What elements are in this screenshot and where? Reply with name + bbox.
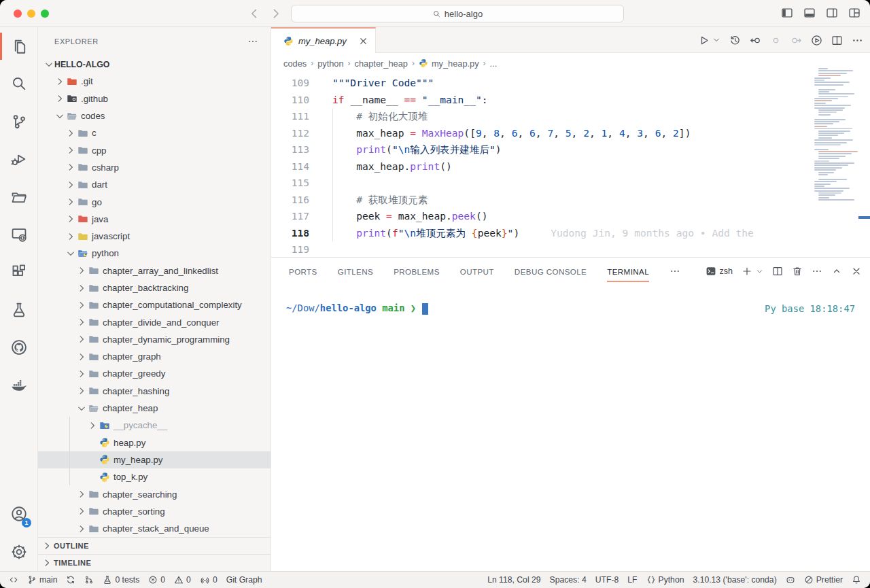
status-problems-errors[interactable]: 0 [148, 572, 165, 588]
more-actions-icon[interactable] [852, 35, 863, 46]
activity-run-and-debug[interactable] [0, 143, 38, 175]
close-panel-icon[interactable] [851, 266, 862, 277]
activity-extensions[interactable] [0, 256, 38, 288]
status-indentation[interactable]: Spaces: 4 [550, 572, 587, 588]
code-line-118[interactable]: 118 print(f"\n堆顶元素为 {peek}")Yudong Jin, … [271, 225, 812, 242]
run-dropdown-icon[interactable] [712, 36, 720, 44]
activity-testing[interactable] [0, 294, 38, 326]
code-line-115[interactable]: 115 [271, 175, 812, 192]
code-editor[interactable]: 109"""Driver Code"""110if __name__ == "_… [271, 73, 812, 257]
panel-tab-debug-console[interactable]: DEBUG CONSOLE [515, 264, 587, 279]
tree-item-chapter-heap[interactable]: chapter_heap [38, 400, 271, 417]
kill-terminal-icon[interactable] [792, 266, 803, 277]
panel-tab-problems[interactable]: PROBLEMS [394, 264, 440, 279]
tree-item-java[interactable]: java [38, 211, 271, 228]
explorer-more-actions-icon[interactable] [247, 36, 258, 47]
tree-item-chapter-hashing[interactable]: chapter_hashing [38, 383, 271, 400]
tree-item--git[interactable]: .git [38, 73, 271, 90]
status-sync[interactable] [66, 572, 75, 588]
activity-project-manager[interactable] [0, 181, 38, 213]
status-eol[interactable]: LF [627, 572, 637, 588]
breadcrumb-item[interactable]: chapter_heap [355, 58, 408, 69]
status-language-mode[interactable]: Python [646, 572, 684, 588]
status-problems-warnings[interactable]: 0 [174, 572, 191, 588]
minimize-window-button[interactable] [27, 10, 35, 18]
breadcrumb-item[interactable]: ... [490, 58, 498, 69]
status-cursor-position[interactable]: Ln 118, Col 29 [487, 572, 540, 588]
panel-tabs-more-icon[interactable] [669, 266, 680, 277]
tree-item-codes[interactable]: codes [38, 107, 271, 124]
tree-item-javascript[interactable]: javascript [38, 228, 271, 245]
tree-item-chapter-greedy[interactable]: chapter_greedy [38, 365, 271, 382]
zoom-window-button[interactable] [41, 10, 49, 18]
minimap[interactable] [813, 68, 858, 228]
split-terminal-icon[interactable] [772, 266, 783, 277]
maximize-panel-icon[interactable] [831, 266, 842, 277]
tree-item-chapter-computational-complexity[interactable]: chapter_computational_complexity [38, 296, 271, 313]
activity-explorer[interactable] [0, 30, 38, 63]
close-window-button[interactable] [14, 10, 22, 18]
tree-item-chapter-stack-and-queue[interactable]: chapter_stack_and_queue [38, 520, 271, 537]
activity-search[interactable] [0, 67, 38, 100]
activity-source-control[interactable] [0, 105, 38, 138]
toggle-secondary-sidebar-icon[interactable] [826, 7, 838, 19]
nav-back-icon[interactable] [247, 7, 261, 20]
code-line-117[interactable]: 117 peek = max_heap.peek() [271, 208, 812, 225]
code-line-112[interactable]: 112 max_heap = MaxHeap([9, 8, 6, 6, 7, 5… [271, 125, 812, 142]
tree-item-dart[interactable]: dart [38, 176, 271, 193]
tree-item-go[interactable]: go [38, 193, 271, 210]
breadcrumb-item[interactable]: codes [283, 58, 307, 69]
close-tab-icon[interactable] [358, 36, 368, 46]
code-line-119[interactable]: 119 [271, 241, 812, 257]
activity-remote-explorer[interactable] [0, 218, 38, 251]
status-prettier[interactable]: Prettier [804, 572, 843, 588]
tree-item--pycache-[interactable]: __pycache__ [38, 417, 271, 434]
tree-item--github[interactable]: .github [38, 90, 271, 107]
tree-item-heap-py[interactable]: heap.py [38, 434, 271, 451]
tree-item-c[interactable]: c [38, 124, 271, 141]
tree-item-top-k-py[interactable]: top_k.py [38, 468, 271, 485]
status-tests[interactable]: 0 tests [103, 572, 139, 588]
code-line-111[interactable]: 111 # 初始化大顶堆 [271, 108, 812, 125]
breadcrumb-item[interactable]: python [317, 58, 343, 69]
tree-item-chapter-array-and-linkedlist[interactable]: chapter_array_and_linkedlist [38, 262, 271, 279]
status-remote-indicator[interactable] [9, 572, 18, 588]
code-line-114[interactable]: 114 max_heap.print() [271, 158, 812, 175]
timeline-section[interactable]: TIMELINE [38, 554, 271, 571]
open-changes-icon[interactable] [750, 35, 761, 46]
status-ports[interactable]: 0 [200, 572, 218, 588]
tree-item-chapter-divide-and-conquer[interactable]: chapter_divide_and_conquer [38, 313, 271, 330]
terminal-dropdown-icon[interactable] [756, 268, 763, 275]
tree-item-chapter-graph[interactable]: chapter_graph [38, 348, 271, 365]
code-line-113[interactable]: 113 print("\n输入列表并建堆后") [271, 141, 812, 158]
panel-tab-gitlens[interactable]: GITLENS [338, 264, 373, 279]
status-branch[interactable]: main [27, 572, 57, 588]
split-editor-icon[interactable] [831, 35, 843, 46]
code-line-110[interactable]: 110if __name__ == "__main__": [271, 92, 812, 109]
tab-my-heap-py[interactable]: my_heap.py [271, 27, 376, 53]
terminal-shell-selector[interactable]: zsh [706, 266, 733, 277]
panel-tab-terminal[interactable]: TERMINAL [607, 264, 649, 279]
status-copilot[interactable] [786, 572, 795, 588]
tree-item-chapter-searching[interactable]: chapter_searching [38, 485, 271, 502]
command-center-search[interactable]: hello-algo [291, 5, 624, 22]
panel-more-actions-icon[interactable] [812, 266, 822, 277]
terminal[interactable]: ~/Dow/hello-algo main ❯ Py base 18:18:47 [271, 285, 870, 571]
tree-item-hello-algo[interactable]: HELLO-ALGO [38, 56, 271, 73]
activity-github[interactable] [0, 331, 38, 364]
tree-item-python[interactable]: python [38, 245, 271, 262]
run-or-debug-icon[interactable] [811, 35, 822, 46]
toggle-primary-sidebar-icon[interactable] [781, 7, 793, 19]
file-history-icon[interactable] [729, 35, 741, 46]
activity-settings[interactable] [0, 536, 38, 568]
customize-layout-icon[interactable] [848, 7, 860, 19]
panel-tab-output[interactable]: OUTPUT [460, 264, 494, 279]
toggle-panel-icon[interactable] [803, 7, 816, 19]
status-python-interpreter[interactable]: 3.10.13 ('base': conda) [693, 572, 776, 588]
outline-section[interactable]: OUTLINE [38, 537, 271, 554]
breadcrumb-item[interactable]: my_heap.py [419, 58, 479, 69]
tree-item-chapter-backtracking[interactable]: chapter_backtracking [38, 279, 271, 296]
run-button[interactable] [698, 35, 710, 46]
nav-forward-icon[interactable] [269, 7, 283, 20]
code-line-109[interactable]: 109"""Driver Code""" [271, 75, 812, 92]
